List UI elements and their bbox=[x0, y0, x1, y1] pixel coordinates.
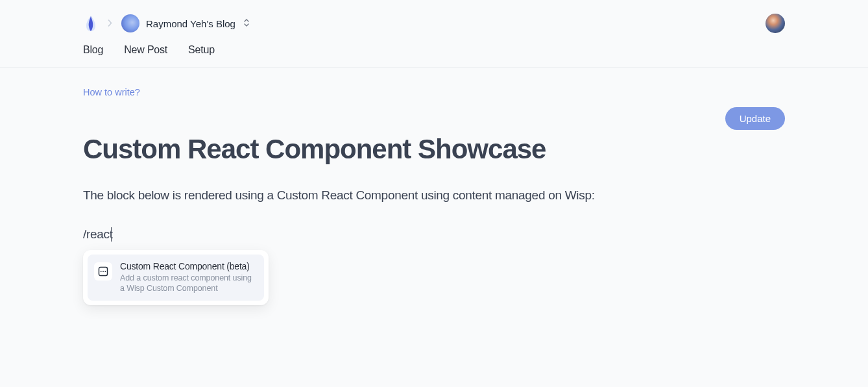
site-title: Raymond Yeh's Blog bbox=[146, 18, 235, 29]
tab-blog[interactable]: Blog bbox=[83, 44, 103, 56]
svg-point-1 bbox=[101, 271, 102, 272]
how-to-write-link[interactable]: How to write? bbox=[83, 87, 140, 97]
site-switcher[interactable]: Raymond Yeh's Blog bbox=[121, 14, 250, 32]
tabs: Blog New Post Setup bbox=[0, 42, 868, 68]
tab-setup[interactable]: Setup bbox=[188, 44, 215, 56]
avatar[interactable] bbox=[766, 14, 785, 33]
app-logo-icon[interactable] bbox=[83, 13, 99, 34]
chevron-right-icon bbox=[108, 18, 112, 29]
topbar: Raymond Yeh's Blog bbox=[0, 0, 868, 42]
svg-point-2 bbox=[102, 271, 104, 272]
popup-item-custom-react[interactable]: Custom React Component (beta) Add a cust… bbox=[88, 255, 264, 301]
slash-command-popup: Custom React Component (beta) Add a cust… bbox=[83, 250, 269, 305]
editor-line[interactable]: /react bbox=[83, 227, 785, 242]
content: How to write? Update Custom React Compon… bbox=[0, 68, 868, 242]
popup-title: Custom React Component (beta) bbox=[120, 261, 258, 271]
site-icon bbox=[121, 14, 139, 32]
svg-point-3 bbox=[104, 271, 106, 272]
popup-description: Add a custom react component using a Wis… bbox=[120, 273, 258, 294]
slash-command-text: /react bbox=[83, 227, 113, 242]
body-text: The block below is rendered using a Cust… bbox=[83, 188, 785, 203]
tab-new-post[interactable]: New Post bbox=[124, 44, 167, 56]
popup-text: Custom React Component (beta) Add a cust… bbox=[120, 261, 258, 294]
page-title: Custom React Component Showcase bbox=[83, 134, 785, 165]
action-row: Update bbox=[83, 107, 785, 130]
chevron-updown-icon bbox=[243, 18, 250, 29]
text-cursor bbox=[111, 227, 112, 242]
code-block-icon bbox=[94, 262, 112, 281]
update-button[interactable]: Update bbox=[725, 107, 785, 130]
breadcrumb: Raymond Yeh's Blog bbox=[83, 13, 250, 34]
